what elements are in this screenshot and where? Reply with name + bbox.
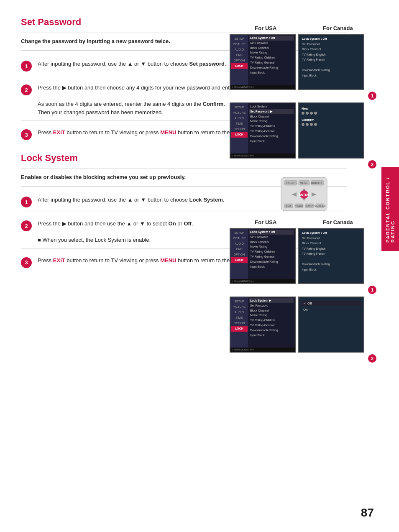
usa-label-bottom: For USA: [255, 219, 276, 225]
badge-2: 2: [368, 160, 376, 169]
password-panel: New Confirm: [298, 102, 364, 159]
lock-step-1-text: After inputting the password, use the ▲ …: [38, 196, 224, 204]
menu-set-password-1: Set Password: [249, 41, 294, 46]
svg-text:EXIT: EXIT: [286, 205, 292, 207]
usa-footer-4: ↕ Move MENU Prev: [230, 348, 295, 352]
m2-input: Input Block: [249, 139, 294, 144]
usa-screen-4: SETUP PICTURE AUDIO TIME OPTION LOCK Loc…: [230, 297, 296, 353]
remote-container: BRIGHT- MENU BRIGHT+ ENTER EXIT TIMER: [230, 171, 378, 219]
m4-block: Block Channel: [249, 308, 294, 313]
m4-input: Input Block: [249, 333, 294, 338]
usa-footer-1: ↕ Move MENU Prev: [230, 85, 295, 89]
c3-block: Block Channel: [301, 241, 361, 246]
m4-general: TV Rating-General: [249, 323, 294, 328]
onoff-panel: ✓ Off On: [298, 297, 364, 353]
canada-label-bottom: For Canada: [323, 219, 353, 225]
lock-badge-2: 2: [368, 354, 376, 363]
usa-screen-2: SETUP PICTURE AUDIO TIME OPTION LOCK Loc…: [230, 102, 296, 159]
menu-dl-rating-1: Downloadable Rating: [249, 65, 294, 70]
dot-3: [310, 112, 313, 115]
canada-label-top: For Canada: [323, 25, 353, 31]
sidebar-option: OPTION: [231, 58, 248, 63]
cdot-4: [314, 123, 317, 126]
m4-setpass: Set Password: [249, 303, 294, 308]
svg-point-13: [303, 195, 305, 197]
m2-general: TV Rating-General: [249, 129, 294, 134]
m3-input: Input Block: [249, 264, 294, 269]
cdot-2: [306, 123, 309, 126]
m4-child: TV Rating-Children: [249, 318, 294, 323]
checkmark: ✓: [303, 302, 306, 305]
region-labels-top: For USA For Canada: [230, 25, 378, 31]
menu-movie-rating-1: Movie Rating: [249, 50, 294, 55]
canada-menu-3: Lock System : Off Set Password Block Cha…: [299, 229, 363, 279]
dot-1: [302, 112, 304, 115]
usa-menu-3: Lock System : Off Set Password Block Cha…: [248, 229, 295, 279]
menu-tv-children-1: TV Rating-Children: [249, 55, 294, 60]
sidebar-picture: PICTURE: [231, 41, 248, 47]
c3-dl: Downloadable Rating: [301, 262, 361, 267]
side-label: PARENTAL CONTROL / RATING: [381, 167, 399, 251]
step-1-text: After inputting the password, use the ▲ …: [38, 60, 226, 68]
usa-label-top: For USA: [255, 25, 276, 31]
m2-dl: Downloadable Rating: [249, 134, 294, 139]
canada-tv-french-1: TV Rating-French: [301, 57, 361, 63]
screen-pair-2: SETUP PICTURE AUDIO TIME OPTION LOCK Loc…: [230, 102, 378, 159]
canada-screen-1: Lock System : Off Set Password Block Cha…: [298, 34, 364, 90]
off-label: Off: [307, 302, 312, 305]
svg-text:SIMPLINK: SIMPLINK: [314, 205, 325, 207]
usa-screen-3: SETUP PICTURE AUDIO TIME OPTION LOCK Loc…: [230, 228, 296, 284]
canada-spacer-1: [301, 63, 361, 68]
sb2-setup: SETUP: [231, 105, 248, 110]
sb2-option: OPTION: [231, 126, 248, 132]
usa-sidebar-3: SETUP PICTURE AUDIO TIME OPTION LOCK: [230, 229, 248, 279]
sb4-time: TIME: [231, 315, 248, 320]
sb3-time: TIME: [231, 246, 248, 252]
cdot-1: [302, 123, 304, 126]
m3-dl: Downloadable Rating: [249, 259, 294, 264]
m4-lock: Lock System ▶: [249, 298, 294, 303]
side-label-text: PARENTAL CONTROL / RATING: [385, 176, 395, 243]
lock-badge-row-2: 2: [230, 354, 378, 363]
m2-setpass: Set Password ▶: [249, 109, 294, 114]
canada-screen-3: Lock System : Off Set Password Block Cha…: [298, 228, 364, 284]
badge-row-1: 1: [230, 92, 378, 100]
menu-input-block-1: Input Block: [249, 70, 294, 75]
lock-badge-row-1: 1: [230, 286, 378, 294]
m2-movie: Movie Rating: [249, 119, 294, 124]
menu-lock-system-1: Lock System : Off: [249, 36, 294, 41]
right-panel: For USA For Canada SETUP PICTURE AUDIO T…: [230, 25, 378, 365]
lock-step-badge-1: 1: [21, 197, 32, 207]
confirm-label: Confirm: [302, 118, 361, 122]
canada-input-block-1: Input Block: [301, 73, 361, 79]
sidebar-time: TIME: [231, 52, 248, 58]
sb2-time: TIME: [231, 121, 248, 126]
m2-lock: Lock System: [249, 104, 294, 109]
sb3-setup: SETUP: [231, 230, 248, 235]
canada-block-channel-1: Block Channel: [301, 47, 361, 52]
sb4-option: OPTION: [231, 320, 248, 326]
menu-block-channel-1: Block Channel: [249, 46, 294, 51]
sidebar-audio: AUDIO: [231, 47, 248, 52]
menu-tv-general-1: TV Rating-General: [249, 60, 294, 65]
confirm-password-row: Confirm: [302, 118, 361, 126]
usa-menu-4: Lock System ▶ Set Password Block Channel…: [248, 297, 295, 348]
badge-1: 1: [368, 92, 376, 100]
cdot-3: [310, 123, 313, 126]
svg-text:BRIGHT+: BRIGHT+: [311, 182, 324, 184]
canada-menu-1: Lock System : Off Set Password Block Cha…: [299, 35, 363, 85]
lock-step-badge-2: 2: [21, 220, 32, 231]
sb2-lock: LOCK: [231, 132, 248, 137]
m4-movie: Movie Rating: [249, 313, 294, 318]
c3-space: [301, 257, 361, 262]
screen-pair-3: SETUP PICTURE AUDIO TIME OPTION LOCK Loc…: [230, 228, 378, 284]
sb3-option: OPTION: [231, 252, 248, 257]
on-option: On: [302, 307, 361, 312]
canada-set-password-1: Set Password: [301, 42, 361, 47]
m3-movie: Movie Rating: [249, 244, 294, 249]
off-option: ✓ Off: [302, 301, 361, 306]
m2-child: TV Rating-Children: [249, 124, 294, 129]
sb4-lock: LOCK: [231, 326, 248, 331]
svg-text:TIMER: TIMER: [295, 205, 303, 207]
m3-setpass: Set Password: [249, 235, 294, 240]
